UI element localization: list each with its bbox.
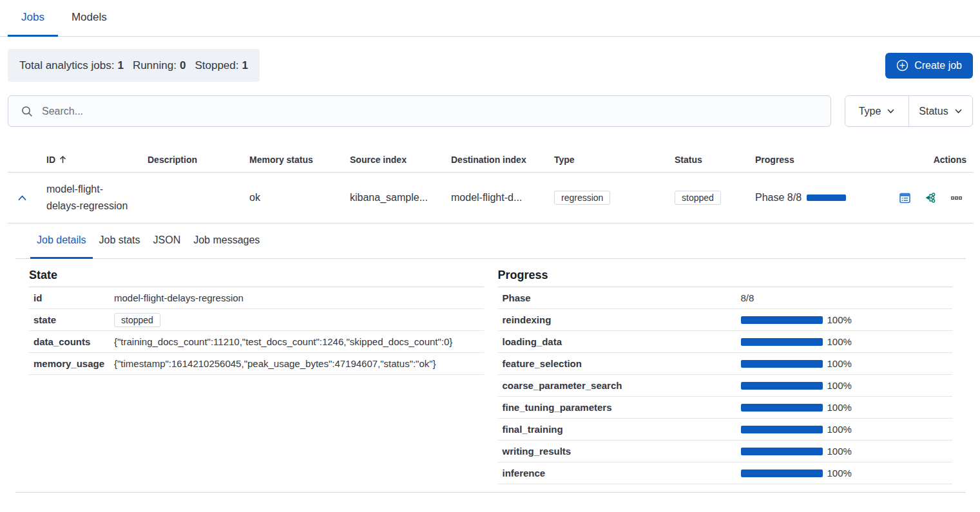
detail-value: {"timestamp":1614210256045,"peak_usage_b… [114, 358, 484, 369]
job-type-cell: regression [554, 191, 675, 205]
total-jobs-value: 1 [117, 59, 123, 71]
chevron-down-icon [887, 107, 895, 115]
detail-label: coarse_parameter_search [503, 380, 741, 391]
progress-row-loading-data: loading_data 100% [498, 331, 953, 353]
percent-label: 100% [827, 402, 852, 413]
column-header-type[interactable]: Type [554, 155, 675, 165]
progress-row-fine-tuning-parameters: fine_tuning_parameters 100% [498, 397, 953, 419]
column-header-destination-index[interactable]: Destination index [451, 155, 554, 165]
results-table-icon [899, 192, 911, 204]
phase-progress-bar [741, 382, 823, 390]
search-icon [21, 106, 33, 117]
detail-label: Phase [503, 292, 741, 303]
type-filter-button[interactable]: Type [845, 96, 908, 126]
state-status-badge: stopped [114, 313, 160, 327]
percent-label: 100% [827, 358, 852, 369]
detail-label: feature_selection [503, 358, 741, 369]
expander-cell [8, 193, 46, 204]
search-box [8, 95, 831, 127]
view-results-button[interactable] [899, 192, 911, 204]
status-filter-label: Status [919, 106, 948, 117]
progress-row-writing-results: writing_results 100% [498, 441, 953, 462]
type-filter-label: Type [859, 106, 881, 117]
detail-value: {"training_docs_count":11210,"test_docs_… [114, 336, 484, 347]
percent-label: 100% [827, 336, 852, 347]
detail-label: id [34, 292, 114, 303]
job-actions-cell [899, 192, 973, 204]
collapse-row-button[interactable] [17, 193, 28, 204]
detail-label: loading_data [503, 336, 741, 347]
detail-value: model-flight-delays-regression [114, 292, 484, 303]
status-filter-button[interactable]: Status [908, 96, 972, 126]
detail-tabs: Job details Job stats JSON Job messages [15, 223, 966, 259]
stats-row: Total analytics jobs:1 Running:0 Stopped… [8, 49, 973, 82]
tab-job-messages[interactable]: Job messages [187, 223, 266, 259]
phase-value: 8/8 [741, 292, 953, 303]
column-header-source-index[interactable]: Source index [350, 155, 451, 165]
actions-menu-button[interactable] [950, 192, 963, 204]
filter-group: Type Status [845, 95, 973, 127]
detail-label: fine_tuning_parameters [503, 402, 741, 413]
job-status-badge: stopped [675, 191, 721, 205]
phase-progress-bar [741, 360, 823, 368]
running-jobs-label: Running: [133, 59, 177, 71]
create-job-button[interactable]: Create job [885, 53, 973, 79]
detail-label: writing_results [503, 446, 741, 457]
detail-label: reindexing [503, 314, 741, 325]
job-status-cell: stopped [675, 191, 755, 205]
progress-section-title: Progress [498, 267, 953, 287]
total-jobs-stat: Total analytics jobs:1 [19, 59, 124, 72]
phase-label: Phase 8/8 [755, 192, 802, 204]
percent-label: 100% [827, 380, 852, 391]
tab-job-details[interactable]: Job details [30, 223, 93, 259]
jobs-stats-panel: Total analytics jobs:1 Running:0 Stopped… [8, 49, 260, 82]
job-type-badge: regression [554, 191, 610, 205]
state-row-memory-usage: memory_usage {"timestamp":1614210256045,… [29, 353, 484, 375]
search-row: Type Status [8, 95, 973, 127]
column-header-description[interactable]: Description [148, 155, 249, 165]
total-jobs-label: Total analytics jobs: [19, 59, 114, 71]
phase-progress-bar [741, 404, 823, 412]
state-section: State id model-flight-delays-regression … [29, 267, 484, 484]
table-header-row: ID Description Memory status Source inde… [8, 147, 973, 173]
chevron-down-icon [954, 107, 963, 115]
app-tabs: Jobs Models [0, 0, 980, 37]
detail-label: inference [503, 468, 741, 479]
tab-jobs[interactable]: Jobs [8, 0, 58, 37]
column-header-id-label: ID [46, 155, 55, 165]
detail-label: memory_usage [34, 358, 114, 369]
column-header-id[interactable]: ID [46, 155, 148, 165]
row-progress-bar [807, 194, 846, 201]
column-header-memory-status[interactable]: Memory status [249, 155, 350, 165]
column-header-status[interactable]: Status [675, 155, 755, 165]
job-progress-cell: Phase 8/8 [755, 192, 899, 204]
percent-label: 100% [827, 314, 852, 325]
phase-progress-bar [741, 426, 823, 433]
tab-models[interactable]: Models [58, 0, 120, 37]
plus-circle-icon [896, 59, 908, 71]
tab-job-stats[interactable]: Job stats [93, 223, 147, 259]
detail-label: data_counts [34, 336, 114, 347]
analytics-map-icon [925, 192, 937, 204]
progress-row-inference: inference 100% [498, 462, 953, 484]
job-id-cell: model-flight-delays-regression [46, 181, 148, 214]
percent-label: 100% [827, 424, 852, 435]
search-input[interactable] [8, 96, 831, 126]
detail-content: State id model-flight-delays-regression … [15, 259, 966, 492]
column-header-progress[interactable]: Progress [755, 155, 899, 165]
phase-progress-bar [741, 469, 823, 477]
tab-json[interactable]: JSON [147, 223, 187, 259]
column-header-actions: Actions [899, 155, 973, 165]
detail-value: stopped [114, 313, 484, 327]
job-destination-index-cell: model-flight-d... [451, 192, 554, 204]
job-row[interactable]: model-flight-delays-regression ok kibana… [8, 173, 973, 223]
percent-label: 100% [827, 446, 852, 457]
percent-label: 100% [827, 468, 852, 479]
analytics-map-button[interactable] [925, 192, 937, 204]
state-row-state: state stopped [29, 309, 484, 331]
stopped-jobs-stat: Stopped:1 [195, 59, 248, 72]
detail-label: final_training [503, 424, 741, 435]
chevron-up-icon [17, 193, 28, 204]
phase-progress-bar [741, 316, 823, 324]
phase-progress-bar [741, 338, 823, 346]
